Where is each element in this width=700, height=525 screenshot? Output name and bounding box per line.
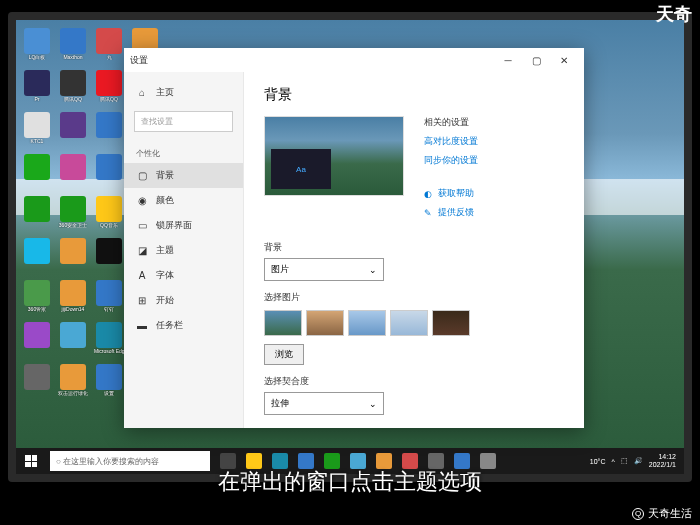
desktop-screen: LQ白板Maxthon丸Pr腾讯QQ腾讯QQKTC1JJDown.cn抖音360… xyxy=(16,20,684,474)
desktop-icon-33[interactable]: 双击运行绿化 xyxy=(60,364,86,390)
feedback-icon: ✎ xyxy=(424,208,432,218)
nav-label: 字体 xyxy=(156,269,174,282)
help-link-feedback[interactable]: ✎ 提供反馈 xyxy=(424,206,478,219)
sidebar-home[interactable]: ⌂ 主页 xyxy=(124,80,243,105)
desktop-icon-18[interactable]: QQ音乐 xyxy=(96,196,122,222)
desktop-icon-label: QQ音乐 xyxy=(94,222,124,228)
desktop-icon-26[interactable]: 钉钉 xyxy=(96,280,122,306)
desktop-icon-14[interactable] xyxy=(96,154,122,180)
desktop-icon-1[interactable]: Maxthon xyxy=(60,28,86,54)
watermark-text: 天奇生活 xyxy=(648,506,692,521)
monitor-frame: LQ白板Maxthon丸Pr腾讯QQ腾讯QQKTC1JJDown.cn抖音360… xyxy=(8,12,692,482)
settings-content: 背景 Aa 相关的设置 高对比度设置 同步你的设置 ◐ 获取帮助 ✎ xyxy=(244,72,584,428)
window-title: 设置 xyxy=(130,54,494,67)
tray-volume-icon[interactable]: 🔊 xyxy=(634,457,643,465)
desktop-icon-24[interactable]: 360管家 xyxy=(24,280,50,306)
desktop-icon-8[interactable]: KTC1 xyxy=(24,112,50,138)
browse-button[interactable]: 浏览 xyxy=(264,344,304,365)
windows-logo-icon xyxy=(25,455,37,467)
desktop-icon-16[interactable] xyxy=(24,196,50,222)
desktop-icon-label: 360管家 xyxy=(22,306,52,312)
sidebar-item-锁屏界面[interactable]: ▭锁屏界面 xyxy=(124,213,243,238)
maximize-button[interactable]: ▢ xyxy=(522,48,550,72)
search-icon: ○ xyxy=(56,457,61,466)
desktop-icon-9[interactable] xyxy=(60,112,86,138)
desktop-icon-13[interactable] xyxy=(60,154,86,180)
sidebar-item-任务栏[interactable]: ▬任务栏 xyxy=(124,313,243,338)
watermark-logo-icon: Q xyxy=(632,508,644,520)
minimize-button[interactable]: ─ xyxy=(494,48,522,72)
desktop-icon-21[interactable] xyxy=(60,238,86,264)
chevron-down-icon: ⌄ xyxy=(369,265,377,275)
sidebar-item-字体[interactable]: A字体 xyxy=(124,263,243,288)
desktop-icon-label: 360安全卫士 xyxy=(58,222,88,228)
desktop-icon-28[interactable] xyxy=(24,322,50,348)
sidebar-home-label: 主页 xyxy=(156,86,174,99)
video-subtitle: 在弹出的窗口点击主题选项 xyxy=(0,467,700,497)
desktop-icon-5[interactable]: 腾讯QQ xyxy=(60,70,86,96)
desktop-icon-4[interactable]: Pr xyxy=(24,70,50,96)
close-button[interactable]: ✕ xyxy=(550,48,578,72)
help-link-label: 获取帮助 xyxy=(438,187,474,200)
nav-icon: ▭ xyxy=(136,220,148,232)
desktop-icon-34[interactable]: 设置 xyxy=(96,364,122,390)
desktop-icon-label: Pr xyxy=(22,96,52,102)
settings-search-input[interactable]: 查找设置 xyxy=(134,111,233,132)
nav-icon: ◉ xyxy=(136,195,148,207)
desktop-icon-label: jijiDown14 xyxy=(58,306,88,312)
desktop-icon-label: 腾讯QQ xyxy=(58,96,88,102)
sidebar-item-主题[interactable]: ◪主题 xyxy=(124,238,243,263)
tray-chevron-up-icon[interactable]: ^ xyxy=(611,458,614,465)
fit-dropdown[interactable]: 拉伸 ⌄ xyxy=(264,392,384,415)
background-type-dropdown[interactable]: 图片 ⌄ xyxy=(264,258,384,281)
fit-label: 选择契合度 xyxy=(264,375,564,388)
related-link-contrast[interactable]: 高对比度设置 xyxy=(424,135,478,148)
nav-icon: ▢ xyxy=(136,170,148,182)
desktop-icon-0[interactable]: LQ白板 xyxy=(24,28,50,54)
nav-label: 锁屏界面 xyxy=(156,219,192,232)
chevron-down-icon: ⌄ xyxy=(369,399,377,409)
watermark-top-right: 天奇 xyxy=(656,2,692,26)
sidebar-item-开始[interactable]: ⊞开始 xyxy=(124,288,243,313)
sidebar-item-颜色[interactable]: ◉颜色 xyxy=(124,188,243,213)
dropdown-value: 图片 xyxy=(271,263,289,276)
preview-sample-window: Aa xyxy=(271,149,331,189)
home-icon: ⌂ xyxy=(136,87,148,99)
desktop-icon-20[interactable] xyxy=(24,238,50,264)
desktop-icon-32[interactable] xyxy=(24,364,50,390)
weather-widget[interactable]: 10°C xyxy=(590,458,606,465)
desktop-icon-2[interactable]: 丸 xyxy=(96,28,122,54)
nav-icon: ⊞ xyxy=(136,295,148,307)
related-settings: 相关的设置 高对比度设置 同步你的设置 ◐ 获取帮助 ✎ 提供反馈 xyxy=(424,116,478,225)
tray-network-icon[interactable]: ⬚ xyxy=(621,457,628,465)
dropdown-value: 拉伸 xyxy=(271,397,289,410)
help-link-get-help[interactable]: ◐ 获取帮助 xyxy=(424,187,478,200)
desktop-icon-label: 设置 xyxy=(94,390,124,396)
desktop-icon-22[interactable] xyxy=(96,238,122,264)
desktop-icon-12[interactable] xyxy=(24,154,50,180)
desktop-icon-29[interactable] xyxy=(60,322,86,348)
picture-thumbnails xyxy=(264,310,564,336)
desktop-icon-label: Maxthon xyxy=(58,54,88,60)
thumbnail-2[interactable] xyxy=(306,310,344,336)
desktop-icon-25[interactable]: jijiDown14 xyxy=(60,280,86,306)
desktop-icon-17[interactable]: 360安全卫士 xyxy=(60,196,86,222)
desktop-icon-label: 腾讯QQ xyxy=(94,96,124,102)
thumbnail-5[interactable] xyxy=(432,310,470,336)
desktop-icon-6[interactable]: 腾讯QQ xyxy=(96,70,122,96)
settings-sidebar: ⌂ 主页 查找设置 个性化 ▢背景◉颜色▭锁屏界面◪主题A字体⊞开始▬任务栏 xyxy=(124,72,244,428)
related-link-sync[interactable]: 同步你的设置 xyxy=(424,154,478,167)
sidebar-item-背景[interactable]: ▢背景 xyxy=(124,163,243,188)
desktop-icon-label: 钉钉 xyxy=(94,306,124,312)
desktop-icon-10[interactable] xyxy=(96,112,122,138)
desktop-icon-30[interactable]: Microsoft Edge xyxy=(96,322,122,348)
sidebar-section-label: 个性化 xyxy=(124,142,243,161)
thumbnail-4[interactable] xyxy=(390,310,428,336)
thumbnail-3[interactable] xyxy=(348,310,386,336)
titlebar: 设置 ─ ▢ ✕ xyxy=(124,48,584,72)
help-icon: ◐ xyxy=(424,189,432,199)
desktop-icon-label: Microsoft Edge xyxy=(94,348,124,354)
nav-icon: A xyxy=(136,270,148,282)
page-title: 背景 xyxy=(264,86,564,104)
thumbnail-1[interactable] xyxy=(264,310,302,336)
